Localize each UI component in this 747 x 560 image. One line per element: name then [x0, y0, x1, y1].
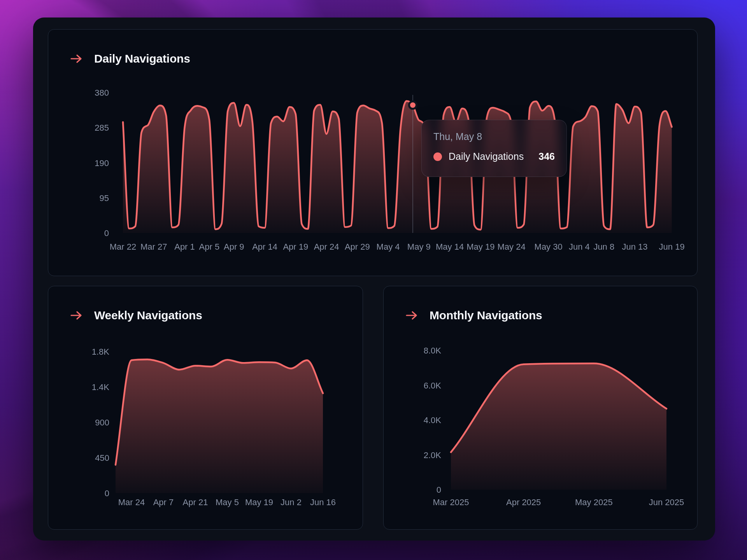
svg-text:May 2025: May 2025 — [575, 497, 613, 507]
svg-text:Jun 4: Jun 4 — [569, 242, 590, 252]
svg-text:May 19: May 19 — [466, 242, 494, 252]
daily-navigations-card: 095190285380Mar 22Mar 27Apr 1Apr 5Apr 9A… — [48, 29, 698, 276]
svg-text:May 4: May 4 — [377, 242, 400, 252]
weekly-card-header: Weekly Navigations — [70, 309, 202, 322]
svg-text:Apr 9: Apr 9 — [224, 242, 244, 252]
svg-text:Apr 1: Apr 1 — [174, 242, 195, 252]
tooltip-date: Thu, May 8 — [433, 131, 555, 142]
svg-text:450: 450 — [95, 453, 109, 463]
svg-text:Jun 2: Jun 2 — [281, 497, 302, 507]
svg-text:May 19: May 19 — [245, 497, 273, 507]
monthly-chart[interactable]: 02.0K4.0K6.0K8.0KMar 2025Apr 2025May 202… — [384, 286, 697, 529]
svg-text:900: 900 — [95, 418, 109, 427]
svg-text:6.0K: 6.0K — [424, 381, 442, 390]
svg-text:Apr 19: Apr 19 — [283, 242, 308, 252]
svg-text:May 14: May 14 — [436, 242, 464, 252]
svg-text:Apr 5: Apr 5 — [199, 242, 220, 252]
svg-text:May 24: May 24 — [497, 242, 525, 252]
svg-text:May 9: May 9 — [407, 242, 431, 252]
weekly-chart[interactable]: 04509001.4K1.8KMar 24Apr 7Apr 21May 5May… — [48, 286, 363, 529]
svg-text:0: 0 — [105, 488, 109, 498]
svg-text:0: 0 — [104, 228, 109, 238]
svg-text:380: 380 — [95, 88, 109, 98]
weekly-navigations-card: 04509001.4K1.8KMar 24Apr 7Apr 21May 5May… — [48, 286, 363, 530]
svg-text:Mar 27: Mar 27 — [140, 242, 167, 252]
svg-text:Jun 2025: Jun 2025 — [649, 497, 684, 507]
svg-text:Mar 2025: Mar 2025 — [433, 497, 469, 507]
series-dot-icon — [433, 152, 442, 161]
monthly-navigations-card: 02.0K4.0K6.0K8.0KMar 2025Apr 2025May 202… — [383, 286, 698, 530]
arrow-right-icon — [70, 310, 82, 320]
svg-text:Apr 14: Apr 14 — [252, 242, 277, 252]
svg-text:Jun 19: Jun 19 — [659, 242, 685, 252]
svg-text:Apr 21: Apr 21 — [183, 497, 208, 507]
svg-text:1.8K: 1.8K — [92, 347, 110, 357]
svg-text:Apr 24: Apr 24 — [314, 242, 339, 252]
svg-text:Jun 16: Jun 16 — [310, 497, 336, 507]
svg-text:285: 285 — [95, 123, 109, 133]
weekly-chart-title: Weekly Navigations — [94, 309, 202, 322]
monthly-chart-title: Monthly Navigations — [430, 309, 542, 322]
app-window: 095190285380Mar 22Mar 27Apr 1Apr 5Apr 9A… — [33, 18, 715, 541]
svg-text:Apr 7: Apr 7 — [153, 497, 174, 507]
svg-text:Apr 29: Apr 29 — [345, 242, 370, 252]
svg-text:Mar 22: Mar 22 — [110, 242, 136, 252]
svg-text:1.4K: 1.4K — [92, 382, 110, 392]
tooltip-row: Daily Navigations 346 — [433, 151, 555, 162]
chart-tooltip: Thu, May 8 Daily Navigations 346 — [421, 120, 567, 177]
svg-text:Jun 13: Jun 13 — [622, 242, 648, 252]
svg-text:May 5: May 5 — [216, 497, 239, 507]
svg-text:0: 0 — [437, 485, 441, 495]
monthly-card-header: Monthly Navigations — [405, 309, 542, 322]
svg-text:Jun 8: Jun 8 — [593, 242, 614, 252]
svg-text:4.0K: 4.0K — [424, 415, 442, 425]
daily-chart-title: Daily Navigations — [94, 52, 190, 65]
tooltip-series-label: Daily Navigations — [449, 151, 524, 162]
svg-text:Mar 24: Mar 24 — [118, 497, 145, 507]
svg-text:May 30: May 30 — [535, 242, 563, 252]
daily-card-header: Daily Navigations — [70, 52, 190, 65]
arrow-right-icon — [405, 310, 418, 320]
svg-text:2.0K: 2.0K — [424, 450, 442, 460]
svg-text:190: 190 — [95, 158, 109, 168]
svg-text:8.0K: 8.0K — [424, 346, 442, 355]
daily-chart[interactable]: 095190285380Mar 22Mar 27Apr 1Apr 5Apr 9A… — [48, 30, 697, 276]
svg-text:95: 95 — [100, 193, 109, 203]
arrow-right-icon — [70, 54, 82, 64]
svg-text:Apr 2025: Apr 2025 — [506, 497, 541, 507]
tooltip-value: 346 — [538, 151, 555, 162]
